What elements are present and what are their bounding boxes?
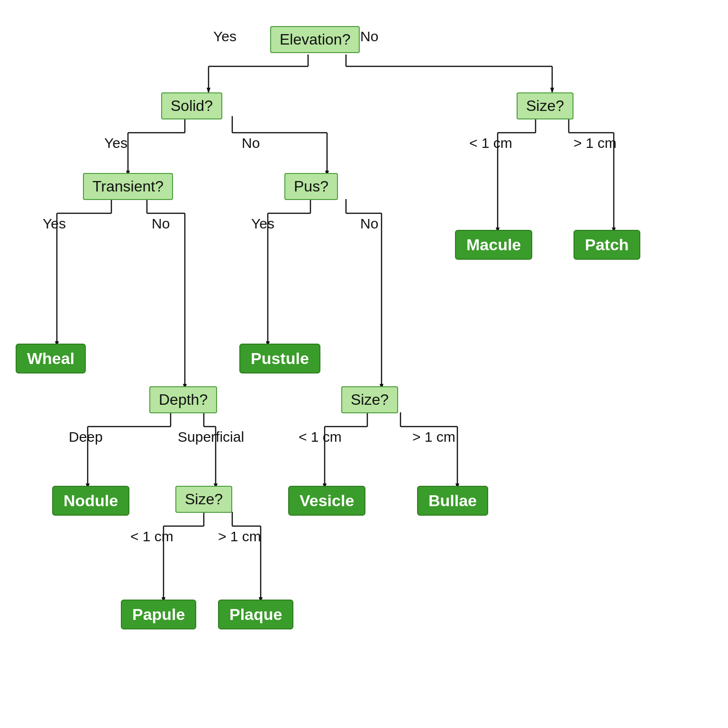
deep-label: Deep <box>69 429 103 445</box>
less1cm-mid-label: < 1 cm <box>299 429 342 445</box>
more1cm-right-label: > 1 cm <box>573 135 617 151</box>
no-solid-label: No <box>242 135 260 151</box>
less1cm-small-label: < 1 cm <box>130 528 173 545</box>
pustule-node: Pustule <box>239 344 320 373</box>
yes-solid-label: Yes <box>104 135 127 151</box>
solid-node: Solid? <box>161 92 222 119</box>
patch-node: Patch <box>573 230 640 260</box>
flowchart-diagram: Elevation? Yes No Solid? Size? Yes No < … <box>0 0 728 728</box>
bullae-node: Bullae <box>417 486 488 516</box>
size-right-node: Size? <box>517 92 573 119</box>
nodule-node: Nodule <box>52 486 129 516</box>
size-mid-node: Size? <box>341 386 398 413</box>
wheal-node: Wheal <box>16 344 86 373</box>
no-elevation-label: No <box>360 28 378 45</box>
superficial-label: Superficial <box>178 429 244 445</box>
yes-elevation-label: Yes <box>213 28 237 45</box>
elevation-node: Elevation? <box>270 26 360 53</box>
connector-lines <box>0 0 728 728</box>
macule-node: Macule <box>455 230 532 260</box>
depth-node: Depth? <box>149 386 217 413</box>
size-small-node: Size? <box>175 486 232 513</box>
more1cm-small-label: > 1 cm <box>218 528 261 545</box>
no-transient-label: No <box>152 216 170 232</box>
transient-node: Transient? <box>83 173 173 200</box>
pus-node: Pus? <box>284 173 338 200</box>
more1cm-mid-label: > 1 cm <box>412 429 455 445</box>
yes-pus-label: Yes <box>251 216 274 232</box>
no-pus-label: No <box>360 216 378 232</box>
plaque-node: Plaque <box>218 600 293 629</box>
papule-node: Papule <box>121 600 196 629</box>
vesicle-node: Vesicle <box>288 486 365 516</box>
less1cm-right-label: < 1 cm <box>469 135 512 151</box>
yes-transient-label: Yes <box>43 216 66 232</box>
